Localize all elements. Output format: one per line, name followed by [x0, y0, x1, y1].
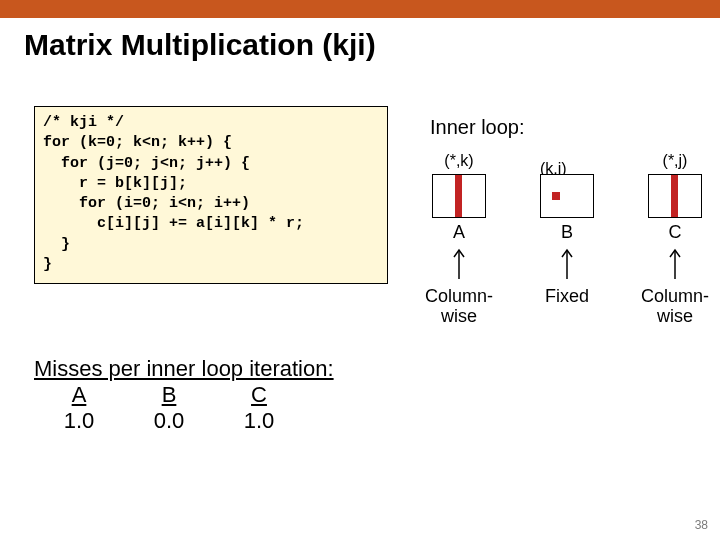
slide-title: Matrix Multiplication (kji): [24, 28, 720, 62]
misses-value-row: 1.0 0.0 1.0: [34, 408, 334, 434]
matrix-A-coord: (*,k): [444, 152, 473, 172]
misses-section: Misses per inner loop iteration: A B C 1…: [34, 356, 334, 434]
matrix-C: (*,j) C Column- wise: [640, 152, 710, 327]
up-arrow-icon: [452, 247, 466, 281]
matrix-A: (*,k) A Column- wise: [424, 152, 494, 327]
matrix-A-box: [432, 174, 486, 218]
up-arrow-icon: [560, 247, 574, 281]
column-stripe-icon: [671, 175, 678, 217]
misses-val-A: 1.0: [34, 408, 124, 434]
matrix-C-coord: (*,j): [663, 152, 688, 172]
code-block: /* kji */ for (k=0; k<n; k++) { for (j=0…: [34, 106, 388, 284]
matrix-B-coord-spacer: [565, 152, 569, 172]
inner-loop-label: Inner loop:: [430, 116, 525, 139]
column-stripe-icon: [455, 175, 462, 217]
misses-val-B: 0.0: [124, 408, 214, 434]
matrix-C-pattern: Column- wise: [640, 287, 710, 327]
matrix-diagram-row: (*,k) A Column- wise B Fixed (: [424, 152, 710, 327]
up-arrow-icon: [668, 247, 682, 281]
matrix-A-name: A: [453, 222, 465, 243]
page-number: 38: [695, 518, 708, 532]
misses-col-A: A: [34, 382, 124, 408]
matrix-B-box: [540, 174, 594, 218]
matrix-A-pattern: Column- wise: [424, 287, 494, 327]
misses-col-B: B: [124, 382, 214, 408]
misses-col-C: C: [214, 382, 304, 408]
matrix-B-pattern: Fixed: [545, 287, 589, 307]
matrix-B-name: B: [561, 222, 573, 243]
matrix-B: B Fixed: [532, 152, 602, 327]
misses-heading: Misses per inner loop iteration:: [34, 356, 334, 382]
top-accent-bar: [0, 0, 720, 18]
misses-header-row: A B C: [34, 382, 334, 408]
matrix-C-box: [648, 174, 702, 218]
matrix-C-name: C: [669, 222, 682, 243]
dot-icon: [552, 192, 560, 200]
misses-val-C: 1.0: [214, 408, 304, 434]
